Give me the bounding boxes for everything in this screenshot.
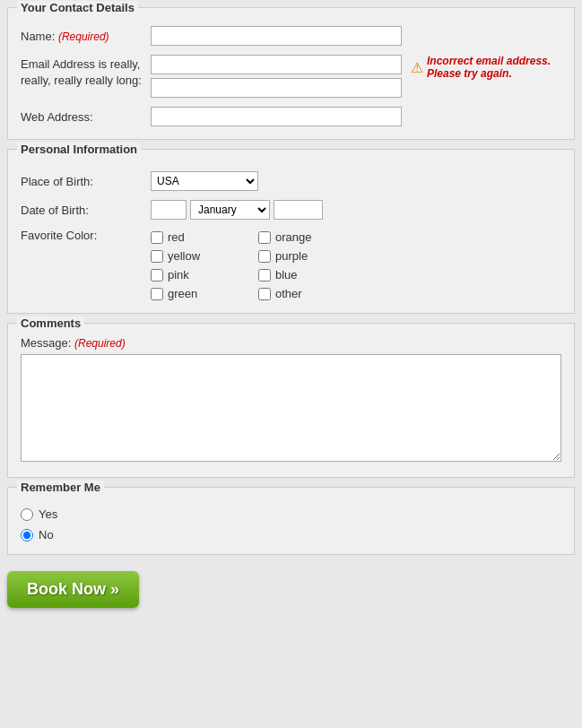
comments-legend: Comments bbox=[17, 316, 84, 330]
color-option-green[interactable]: green bbox=[151, 287, 258, 300]
email-error-text: Incorrect email address. Please try agai… bbox=[427, 55, 561, 80]
warning-icon: ⚠ bbox=[411, 59, 423, 76]
color-checkbox-blue[interactable] bbox=[258, 269, 271, 282]
email-error-block: ⚠ Incorrect email address. Please try ag… bbox=[411, 55, 561, 80]
message-required: (Required) bbox=[74, 337, 126, 350]
yes-label: Yes bbox=[39, 507, 57, 521]
color-checkbox-green[interactable] bbox=[151, 288, 163, 300]
personal-legend: Personal Information bbox=[17, 143, 141, 156]
color-option-other[interactable]: other bbox=[258, 287, 366, 300]
color-checkbox-other[interactable] bbox=[258, 288, 271, 300]
comments-section: Comments Message: (Required) bbox=[7, 323, 575, 478]
contact-details-section: Your Contact Details Name: (Required) Em… bbox=[7, 7, 575, 140]
color-options-grid: red orange yellow purple pink blue bbox=[151, 230, 366, 300]
message-label-row: Message: (Required) bbox=[21, 336, 561, 350]
place-of-birth-select[interactable]: USA UK Canada Australia Other bbox=[151, 171, 258, 191]
place-of-birth-row: Place of Birth: USA UK Canada Australia … bbox=[21, 171, 561, 191]
web-input[interactable] bbox=[151, 107, 402, 126]
remember-legend: Remember Me bbox=[17, 481, 104, 494]
dob-month-select[interactable]: January February March April May June Ju… bbox=[190, 200, 270, 220]
email-input-2[interactable] bbox=[151, 78, 402, 98]
color-checkbox-yellow[interactable] bbox=[151, 250, 163, 263]
email-inputs bbox=[151, 55, 402, 98]
favorite-color-label: Favorite Color: bbox=[21, 229, 151, 242]
date-of-birth-row: Date of Birth: January February March Ap… bbox=[21, 200, 561, 220]
email-row: Email Address is really, really, really … bbox=[21, 55, 561, 98]
color-option-blue[interactable]: blue bbox=[258, 268, 366, 282]
contact-legend: Your Contact Details bbox=[17, 1, 138, 14]
yes-radio-row: Yes bbox=[21, 507, 561, 521]
favorite-color-row: Favorite Color: red orange yellow purple… bbox=[21, 229, 561, 300]
dob-year-input[interactable] bbox=[274, 200, 323, 220]
name-required: (Required) bbox=[58, 30, 109, 43]
color-checkbox-pink[interactable] bbox=[151, 269, 163, 282]
color-option-purple[interactable]: purple bbox=[258, 249, 366, 263]
remember-me-section: Remember Me Yes No bbox=[7, 487, 575, 555]
dob-day-input[interactable] bbox=[151, 200, 187, 220]
no-radio[interactable] bbox=[21, 529, 33, 542]
no-label: No bbox=[39, 528, 54, 542]
name-input[interactable] bbox=[151, 26, 402, 46]
personal-info-section: Personal Information Place of Birth: USA… bbox=[7, 149, 575, 314]
color-option-red[interactable]: red bbox=[151, 230, 258, 244]
web-label: Web Address: bbox=[21, 110, 151, 124]
dob-inputs: January February March April May June Ju… bbox=[151, 200, 323, 220]
color-option-yellow[interactable]: yellow bbox=[151, 249, 258, 263]
no-radio-row: No bbox=[21, 528, 561, 542]
message-textarea[interactable] bbox=[21, 354, 561, 462]
email-label: Email Address is really, really, really … bbox=[21, 55, 151, 89]
email-input[interactable] bbox=[151, 55, 402, 74]
date-of-birth-label: Date of Birth: bbox=[21, 204, 151, 217]
place-of-birth-label: Place of Birth: bbox=[21, 175, 151, 188]
yes-radio[interactable] bbox=[21, 508, 33, 521]
color-checkbox-red[interactable] bbox=[151, 231, 163, 244]
name-label: Name: (Required) bbox=[21, 30, 151, 43]
web-row: Web Address: bbox=[21, 107, 561, 126]
color-checkbox-orange[interactable] bbox=[258, 231, 271, 244]
name-row: Name: (Required) bbox=[21, 26, 561, 46]
color-option-orange[interactable]: orange bbox=[258, 230, 366, 244]
color-option-pink[interactable]: pink bbox=[151, 268, 258, 282]
book-now-button[interactable]: Book Now » bbox=[7, 571, 139, 608]
color-checkbox-purple[interactable] bbox=[258, 250, 271, 263]
